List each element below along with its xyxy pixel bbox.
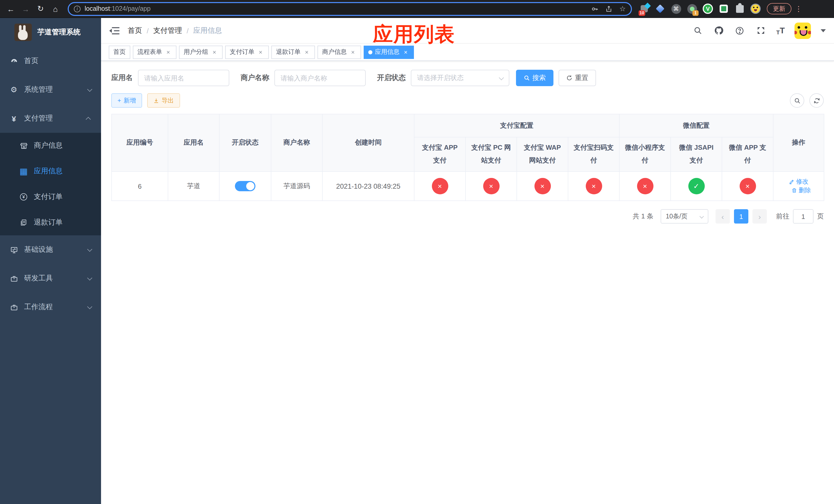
tab-refund-orders[interactable]: 退款订单× [271,45,315,59]
forward-button[interactable]: → [20,3,31,14]
edit-icon [789,179,794,185]
merchant-name-input[interactable] [275,70,366,86]
chrome-menu-icon[interactable]: ⋮ [795,5,802,13]
url-text: localhost:1024/pay/app [85,5,151,12]
add-button[interactable]: + 新增 [111,93,142,108]
address-bar[interactable]: i localhost:1024/pay/app ☆ [68,2,632,16]
alipay-wap-status-icon: × [534,178,551,194]
sidebar-item-merchant-info[interactable]: 商户信息 [0,133,101,158]
back-button[interactable]: ← [5,3,16,14]
fullscreen-icon[interactable] [755,25,767,36]
logo-image [14,24,32,41]
total-count: 共 1 条 [633,212,654,221]
extensions-bar: 10 ⌘ 1 V [639,3,761,15]
close-icon[interactable]: × [164,48,172,55]
chevron-up-icon [86,117,91,122]
search-icon[interactable] [692,25,703,36]
sidebar-item-pay-orders[interactable]: ¥ 支付订单 [0,184,101,210]
sidebar-item-system[interactable]: ⚙ 系统管理 [0,75,101,104]
close-icon[interactable]: × [303,48,310,55]
password-key-icon[interactable] [591,5,599,13]
back-icon: ← [7,4,15,13]
reload-button[interactable]: ↻ [35,3,46,14]
tab-process-form[interactable]: 流程表单× [133,45,176,59]
close-icon[interactable]: × [211,48,218,55]
extension-command-icon[interactable]: ⌘ [671,3,682,15]
tab-merchant-info[interactable]: 商户信息× [317,45,361,59]
extension-kite-icon[interactable] [655,3,666,15]
cell-created: 2021-10-23 08:49:25 [322,171,414,201]
chevron-down-icon [87,246,92,251]
goto-page-input[interactable] [793,209,813,224]
sidebar-collapse-icon[interactable] [109,26,119,35]
extension-blocks-icon[interactable]: 10 [639,3,650,15]
url-host: localhost [85,5,110,12]
col-alipay-pc: 支付宝 PC 网站支付 [465,137,517,171]
col-created: 创建时间 [322,114,414,171]
pagination: 共 1 条 10条/页 ‹ 1 › 前往 页 [111,209,824,224]
sidebar-item-home[interactable]: 首页 [0,47,101,75]
sidebar-item-dev-tools[interactable]: 研发工具 [0,264,101,293]
col-wechat-jsapi: 微信 JSAPI 支付 [671,137,722,171]
close-icon[interactable]: × [349,48,356,55]
app-name-input[interactable] [138,70,229,86]
tab-pay-orders[interactable]: 支付订单× [225,45,269,59]
monitor-icon [10,246,18,254]
forward-icon: → [22,4,29,13]
tab-user-group[interactable]: 用户分组× [179,45,223,59]
close-icon[interactable]: × [402,48,409,55]
chrome-update-button[interactable]: 更新 [767,3,791,14]
search-button[interactable]: 搜索 [516,70,553,86]
breadcrumb-payment[interactable]: 支付管理 [153,26,182,35]
font-size-icon[interactable]: TT [776,26,785,35]
extension-recorder-icon[interactable]: 1 [686,3,698,15]
toolbox-icon [10,274,18,282]
col-status: 开启状态 [219,114,271,171]
extension-puzzle-icon[interactable] [734,3,745,15]
chevron-down-icon [87,86,92,92]
sidebar-item-app-info[interactable]: ▦ 应用信息 [0,158,101,184]
cell-status [219,171,271,201]
sidebar-item-infrastructure[interactable]: 基础设施 [0,235,101,264]
extension-doc-icon[interactable] [718,3,729,15]
prev-page-button[interactable]: ‹ [716,209,730,224]
tab-home[interactable]: 首页 [109,45,130,59]
sidebar-item-payment[interactable]: ¥ 支付管理 [0,104,101,133]
avatar-dropdown-icon[interactable] [821,29,826,32]
bookmark-star-icon[interactable]: ☆ [619,5,626,13]
edit-link[interactable]: 修改 [789,177,808,186]
refresh-table-button[interactable] [809,93,824,108]
sidebar-item-refund-orders[interactable]: 退款订单 [0,210,101,235]
site-info-icon[interactable]: i [74,5,81,12]
table-header-group-row: 应用编号 应用名 开启状态 商户名称 创建时间 支付宝配置 微信配置 操作 [112,114,824,137]
status-select-placeholder: 请选择开启状态 [417,73,464,83]
table-toolbar: + 新增 导出 [111,93,824,108]
app-name-label: 应用名 [111,73,133,83]
github-icon[interactable] [713,25,724,36]
close-icon[interactable]: × [257,48,264,55]
status-toggle[interactable] [235,181,256,191]
sidebar-logo[interactable]: 芋道管理系统 [0,18,101,47]
reset-button[interactable]: 重置 [558,70,596,86]
help-icon[interactable] [734,25,746,36]
extension-emoji-icon[interactable] [750,3,761,15]
col-app-id: 应用编号 [112,114,168,171]
home-button[interactable]: ⌂ [50,3,61,14]
avatar[interactable] [794,22,811,39]
toggle-search-button[interactable] [790,93,804,108]
page-content: 应用名 商户名称 开启状态 请选择开启状态 搜索 [101,61,834,504]
next-page-button[interactable]: › [752,209,767,224]
page-number-1[interactable]: 1 [734,209,748,224]
col-wechat-app: 微信 APP 支付 [722,137,773,171]
page-size-select[interactable]: 10条/页 [661,209,708,224]
sidebar-item-workflow[interactable]: 工作流程 [0,293,101,321]
delete-link[interactable]: 删除 [791,186,811,195]
chevron-down-icon [87,275,92,280]
extension-v-icon[interactable]: V [702,3,714,15]
status-select[interactable]: 请选择开启状态 [411,70,509,86]
share-icon[interactable] [606,5,613,13]
refresh-icon [813,97,820,104]
export-button[interactable]: 导出 [147,93,180,108]
breadcrumb-home[interactable]: 首页 [128,26,142,35]
sidebar-item-label: 商户信息 [34,141,63,150]
